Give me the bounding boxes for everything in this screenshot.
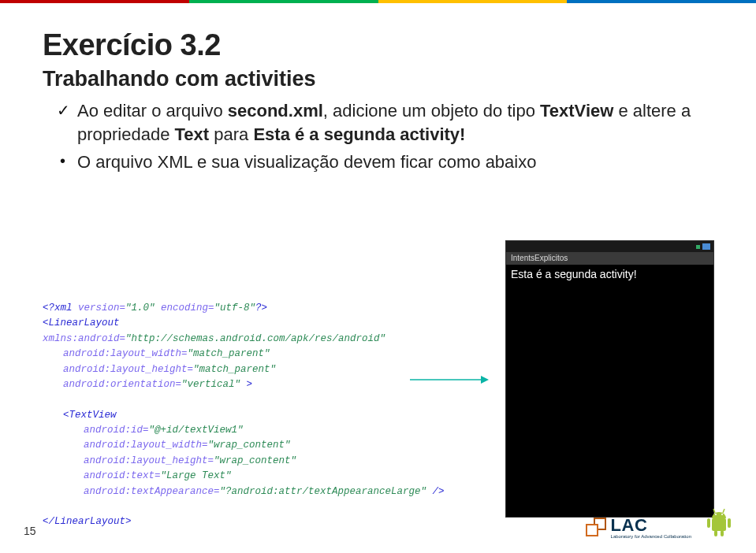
svg-rect-5 (714, 530, 717, 536)
filename: second.xml (228, 101, 323, 121)
text: , adicione um objeto do tipo (323, 101, 540, 121)
lac-logo-text: LAC (611, 517, 691, 534)
slide-subtitle: Trabalhando com activities (43, 67, 713, 91)
svg-rect-2 (712, 518, 726, 531)
text: Ao editar o arquivo (77, 101, 228, 121)
phone-textview: Esta é a segunda activity! (506, 265, 713, 284)
property-value: Esta é a segunda activity! (253, 124, 465, 144)
page-number: 15 (24, 525, 36, 537)
property-name: Text (175, 124, 210, 144)
xml-code-block: <?xml version="1.0" encoding="utf-8"?> <… (43, 301, 468, 530)
svg-rect-4 (728, 518, 731, 528)
battery-icon (702, 243, 710, 250)
svg-line-7 (713, 509, 715, 513)
svg-point-10 (721, 514, 723, 515)
lac-logo: LAC Laboratory for Advanced Collaboratio… (586, 517, 691, 539)
svg-line-8 (723, 509, 724, 513)
slide-title: Exercício 3.2 (43, 28, 713, 62)
phone-app-title: IntentsExplicitos (506, 252, 713, 265)
slide-content: Exercício 3.2 Trabalhando com activities… (0, 0, 756, 174)
svg-rect-6 (721, 530, 724, 536)
svg-point-9 (715, 514, 717, 515)
phone-preview: IntentsExplicitos Esta é a segunda activ… (505, 240, 714, 518)
footer-logos: LAC Laboratory for Advanced Collaboratio… (586, 507, 732, 539)
text: para (209, 124, 253, 144)
lac-logo-subtext: Laboratory for Advanced Collaboration (611, 534, 691, 539)
svg-rect-3 (707, 518, 710, 528)
svg-marker-1 (481, 376, 489, 384)
top-color-bar (0, 0, 756, 3)
status-icon (696, 245, 700, 249)
arrow-icon (410, 374, 489, 385)
lac-logo-icon (586, 518, 608, 538)
bullet-2: O arquivo XML e sua visualização devem f… (57, 150, 713, 174)
phone-status-bar (506, 241, 713, 252)
bullet-list: Ao editar o arquivo second.xml, adicione… (43, 99, 713, 174)
bullet-1: Ao editar o arquivo second.xml, adicione… (57, 99, 713, 146)
android-icon (706, 507, 732, 539)
classname: TextView (540, 101, 613, 121)
